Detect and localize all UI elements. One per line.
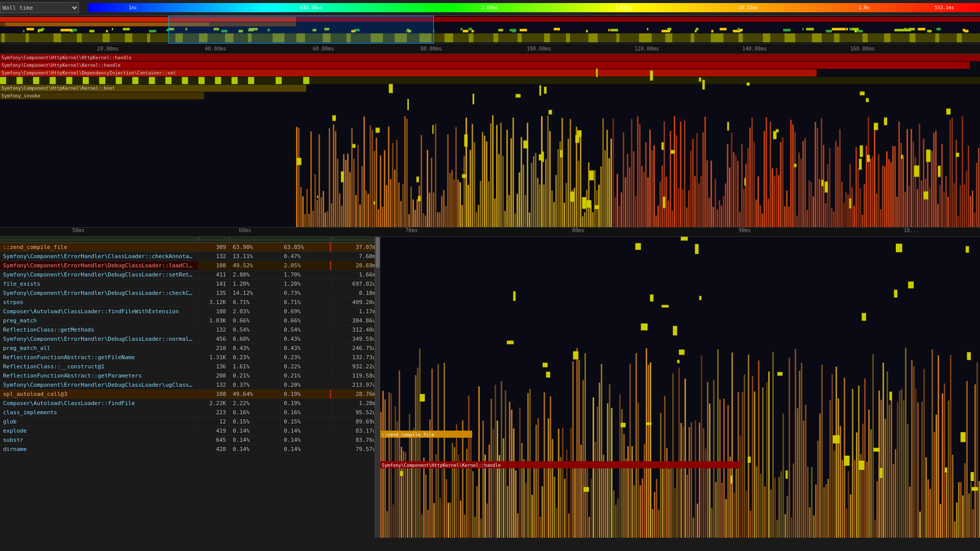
ruler-tick: 20.00ms (97, 46, 118, 52)
table-row[interactable]: explode 419 0.14% 0.14% 83.17us 83.17us (0, 427, 375, 436)
cell-fn: dirname (0, 445, 199, 454)
cell-p-inc: 13.11% (230, 252, 281, 261)
cell-p-exc: 0.21% (281, 371, 332, 380)
table-row[interactable]: Symfony\Component\ErrorHandler\DebugClas… (0, 270, 375, 280)
cell-p-exc: 0.54% (281, 325, 332, 334)
table-row[interactable]: substr 645 0.14% 0.14% 83.76us 82.99us (0, 436, 375, 445)
table-row[interactable]: strpos 3.12K 0.71% 0.71% 409.20us 409.20… (0, 298, 375, 307)
cell-fn: Symfony\Component\ErrorHandler\DebugClas… (0, 335, 199, 343)
cell-fn: explode (0, 427, 199, 435)
table-row[interactable]: ReflectionClass::getMethods 132 0.54% 0.… (0, 325, 375, 335)
cell-called: 132 (199, 252, 230, 261)
cell-v-inc: 1.66ms (332, 270, 375, 279)
cell-fn: ReflectionFunctionAbstract::getFileName (0, 353, 199, 362)
table-row[interactable]: Composer\Autoload\ClassLoader::findFile … (0, 399, 375, 408)
table-row[interactable]: preg_match 1.03K 0.66% 0.66% 384.86us 38… (0, 316, 375, 325)
cell-p-exc: 0.20% (281, 381, 332, 389)
table-row[interactable]: ReflectionFunctionAbstract::getFileName … (0, 353, 375, 362)
cell-p-exc: 0.43% (281, 344, 332, 353)
overview-flamegraph[interactable] (0, 16, 980, 44)
main-flamegraph[interactable] (0, 54, 980, 228)
cell-called: 428 (199, 445, 230, 454)
table-row[interactable]: Composer\Autoload\ClassLoader::findFileW… (0, 307, 375, 316)
cell-called: 223 (199, 408, 230, 417)
cell-v-inc: 312.40us (332, 325, 375, 334)
cell-v-inc: 697.02us (332, 280, 375, 288)
right-flame-detail[interactable] (380, 237, 980, 538)
cell-called: 1.31K (199, 353, 230, 362)
table-row[interactable]: dirname 428 0.14% 0.14% 79.57us 79.57us (0, 445, 375, 454)
col-percentage (230, 237, 332, 240)
bottom-ruler: 50ms 60ms 70ms 80ms 90ms 10... (0, 228, 980, 237)
cb-label-1: 616.16us (300, 5, 322, 10)
cell-p-inc: 0.15% (230, 417, 281, 426)
selection-box[interactable] (168, 16, 434, 43)
cell-fn: preg_match (0, 316, 199, 325)
sub-p-exc (281, 240, 332, 242)
table-row[interactable]: glob 12 0.15% 0.15% 89.69us 89.69us (0, 417, 375, 427)
cell-v-inc: 83.17us (332, 427, 375, 435)
scrollbar-thumb[interactable] (376, 237, 380, 268)
cell-fn: ::zend_compile_file (0, 243, 199, 252)
bottom-panel: ::zend_compile_file 309 63.90% 63.85% 37… (0, 237, 980, 538)
table-row[interactable]: ::zend_compile_file 309 63.90% 63.85% 37… (0, 243, 375, 252)
cell-p-inc: 2.03% (230, 307, 281, 316)
cb-label-0: 1nc (129, 5, 137, 10)
table-row[interactable]: Symfony\Component\ErrorHandler\DebugClas… (0, 261, 375, 270)
table-row[interactable]: ReflectionClass::__construct@1 136 1.61%… (0, 362, 375, 371)
cell-p-inc: 2.22% (230, 399, 281, 408)
cell-p-exc: 1.20% (281, 280, 332, 288)
table-row[interactable]: file_exists 141 1.20% 1.20% 697.02us 697… (0, 280, 375, 289)
ruler-tick: 60.00ms (313, 46, 334, 52)
cb-label-2: 2.60ms (481, 5, 498, 10)
col-value (332, 237, 375, 240)
table-row[interactable]: Symfony\Component\ErrorHandler\DebugClas… (0, 335, 375, 344)
table-row[interactable]: Symfony\Component\ErrorHandler\ClassLoad… (0, 252, 375, 261)
cell-called: 3.12K (199, 298, 230, 307)
cell-fn: strpos (0, 298, 199, 307)
bottom-tick: 50ms (72, 228, 85, 233)
cell-called: 141 (199, 280, 230, 288)
cell-fn: Symfony\Component\ErrorHandler\DebugClas… (0, 381, 199, 389)
table-row[interactable]: Symfony\Component\ErrorHandler\DebugClas… (0, 289, 375, 298)
cell-p-inc: 0.16% (230, 408, 281, 417)
cell-called: 210 (199, 344, 230, 353)
cell-p-inc: 2.80% (230, 270, 281, 279)
table-row[interactable]: Symfony\Component\ErrorHandler\DebugClas… (0, 381, 375, 390)
table-row[interactable]: ReflectionFunctionAbstract::getParameter… (0, 371, 375, 381)
table-row[interactable]: class_implements 223 0.16% 0.16% 95.52us… (0, 408, 375, 417)
cell-v-inc: 83.76us (332, 436, 375, 444)
cell-called: 132 (199, 381, 230, 389)
cell-p-inc: 0.14% (230, 427, 281, 435)
cell-fn: Symfony\Component\ErrorHandler\ClassLoad… (0, 252, 199, 261)
cell-called: 411 (199, 270, 230, 279)
color-bar: 1nc 616.16us 2.60ms 7.02ms 18.22ms 1.0s … (88, 3, 980, 12)
table-row[interactable]: xpl_autoload_call@3 108 49.64% 0.19% 28.… (0, 390, 375, 399)
scrollbar[interactable] (375, 237, 380, 538)
cell-v-inc: 932.22us (332, 362, 375, 371)
cell-p-inc: 0.14% (230, 436, 281, 444)
cell-p-inc: 49.52% (230, 261, 281, 270)
overview-canvas (0, 16, 980, 43)
cell-called: 419 (199, 427, 230, 435)
cell-v-inc: 349.59us (332, 335, 375, 343)
cell-p-inc: 0.21% (230, 371, 281, 380)
cell-fn: Symfony\Component\ErrorHandler\DebugClas… (0, 261, 199, 270)
cell-p-exc: 0.22% (281, 362, 332, 371)
metric-select[interactable]: Wall time (0, 2, 79, 13)
cell-p-inc: 14.12% (230, 289, 281, 297)
cb-label-4: 18.22ms (739, 5, 758, 10)
table-row[interactable]: preg_match_all 210 0.43% 0.43% 246.75us … (0, 344, 375, 353)
cell-v-inc: 37.07ms (332, 243, 375, 252)
cell-v-inc: 79.57us (332, 445, 375, 454)
cb-label-6: 553.1ms (935, 5, 954, 10)
ruler-tick: 100.00ms (527, 46, 551, 52)
bottom-tick: 60ms (239, 228, 251, 233)
cell-p-inc: 49.64% (230, 390, 281, 398)
cell-v-inc: 119.58us (332, 371, 375, 380)
cell-called: 108 (199, 390, 230, 398)
cell-v-inc: 7.60ms (332, 252, 375, 261)
bottom-tick: 80ms (572, 228, 584, 233)
cell-v-inc: 1.28ms (332, 399, 375, 408)
cell-v-inc: 89.69us (332, 417, 375, 426)
